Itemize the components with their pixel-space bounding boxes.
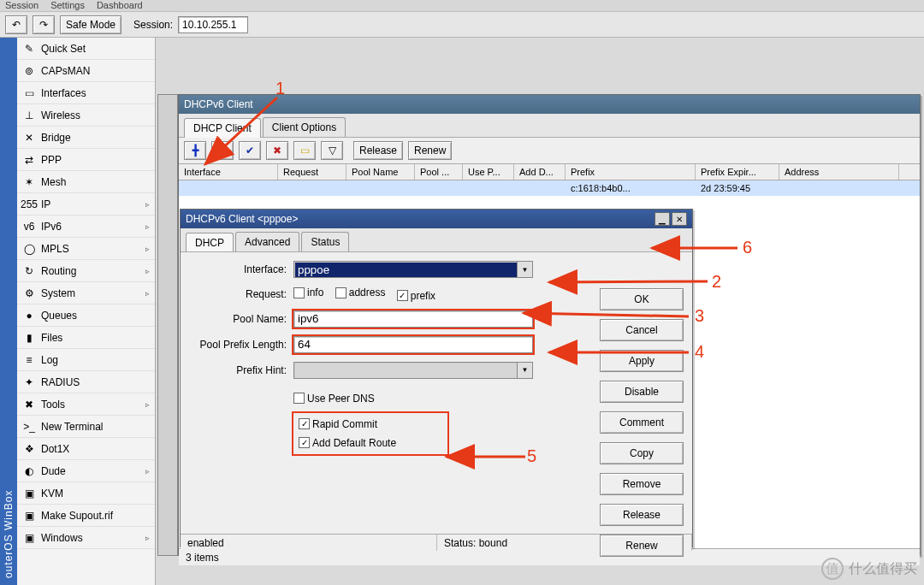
plus-icon: ╋ [192,145,198,157]
column-header[interactable]: Request [278,164,346,180]
pool-name-input[interactable] [293,310,533,328]
release-button[interactable]: Release [600,504,684,526]
tab-client-options[interactable]: Client Options [263,117,346,137]
chevron-right-icon: ▹ [145,267,150,275]
remove-button[interactable]: Remove [600,473,684,495]
cancel-button[interactable]: Cancel [600,319,684,341]
sidebar-item-ipv6[interactable]: v6IPv6▹ [17,216,155,238]
checkbox-prefix[interactable]: ✓prefix [397,290,435,302]
sidebar-item-interfaces[interactable]: ▭Interfaces [17,82,155,104]
funnel-icon: ▽ [329,145,336,157]
renew-button[interactable]: Renew [600,535,684,557]
column-header[interactable]: Pool ... [415,164,463,180]
sidebar-item-bridge[interactable]: ✕Bridge [17,127,155,149]
checkbox-add-default-route[interactable]: ✓Add Default Route [299,437,434,449]
sidebar-item-label: Bridge [41,132,71,144]
close-button[interactable]: ✕ [672,212,687,226]
redo-button[interactable]: ↷ [33,15,55,34]
tab-advanced[interactable]: Advanced [235,232,299,251]
workspace: DHCPv6 Client DHCP Client Client Options… [156,38,924,585]
redo-icon: ↷ [39,19,48,31]
prefix-hint-combo[interactable]: ▼ [293,362,533,379]
sidebar-icon: ⊚ [22,64,36,78]
window-titlebar[interactable]: DHCPv6 Client [179,95,920,114]
sidebar-icon: ✶ [22,175,36,189]
safe-mode-button[interactable]: Safe Mode [60,15,121,34]
add-button[interactable]: ╋ [184,141,206,160]
dialog-titlebar[interactable]: DHCPv6 Client <pppoe> ▁ ✕ [181,210,692,228]
sidebar-item-system[interactable]: ⚙System▹ [17,282,155,304]
label-pool-name: Pool Name: [187,313,290,325]
grid-header: InterfaceRequestPool NamePool ...Use P..… [179,164,920,180]
menu-session[interactable]: Session [5,0,38,11]
sidebar-item-log[interactable]: ≡Log [17,349,155,371]
undo-button[interactable]: ↶ [5,15,27,34]
sidebar-item-mpls[interactable]: ◯MPLS▹ [17,238,155,260]
sidebar-item-ppp[interactable]: ⇄PPP [17,149,155,171]
prefix-hint-input[interactable] [293,362,518,379]
sidebar-item-files[interactable]: ▮Files [17,327,155,349]
minimize-button[interactable]: ▁ [654,212,670,226]
table-row[interactable]: c:1618:b4b0...2d 23:59:45 [179,180,920,196]
sidebar-item-kvm[interactable]: ▣KVM [17,482,155,505]
sidebar-icon: ≡ [22,353,36,367]
checkbox-info[interactable]: info [293,287,323,298]
sidebar-item-queues[interactable]: ●Queues [17,304,155,327]
menu-dashboard[interactable]: Dashboard [97,0,143,11]
release-button[interactable]: Release [353,141,403,160]
sidebar-item-make-supout-rif[interactable]: ▣Make Supout.rif [17,505,155,527]
tab-dhcp[interactable]: DHCP [186,233,234,252]
comment-button[interactable]: ▭ [293,141,316,160]
undo-icon: ↶ [12,19,21,31]
copy-button[interactable]: Copy [600,442,684,464]
menu-settings[interactable]: Settings [50,0,85,11]
filter-button[interactable]: ▽ [321,141,343,160]
disable-button[interactable]: ✖ [266,141,288,160]
column-header[interactable]: Add D... [514,164,566,180]
sidebar-item-radius[interactable]: ✦RADIUS [17,371,155,393]
sidebar-item-dot1x[interactable]: ❖Dot1X [17,438,155,460]
checkbox-rapid-commit[interactable]: ✓Rapid Commit [299,418,434,430]
status-enabled: enabled [181,535,437,551]
enable-button[interactable]: ✔ [239,141,261,160]
sidebar-item-wireless[interactable]: ⊥Wireless [17,104,155,127]
watermark: 值 什么值得买 [821,558,917,580]
chevron-down-icon[interactable]: ▼ [518,362,533,379]
checkbox-use-peer-dns[interactable]: Use Peer DNS [293,393,375,405]
sidebar-item-capsman[interactable]: ⊚CAPsMAN [17,60,155,82]
chevron-down-icon[interactable]: ▼ [518,261,533,278]
sidebar-item-quick-set[interactable]: ✎Quick Set [17,38,155,60]
column-header[interactable]: Address [779,164,899,180]
sidebar-item-label: Dot1X [41,443,69,455]
sidebar-item-routing[interactable]: ↻Routing▹ [17,260,155,282]
column-header[interactable]: Prefix [566,164,696,180]
sidebar-item-dude[interactable]: ◐Dude▹ [17,460,155,482]
checkbox-box: ✓ [397,290,408,301]
chevron-right-icon: ▹ [145,289,150,298]
apply-button[interactable]: Apply [600,350,684,372]
sidebar-item-tools[interactable]: ✖Tools▹ [17,393,155,416]
sidebar-item-ip[interactable]: 255IP▹ [17,193,155,216]
column-header[interactable]: Use P... [463,164,514,180]
x-icon: ✖ [273,145,281,157]
interface-combo[interactable]: ▼ [293,261,533,278]
column-header[interactable]: Interface [179,164,278,180]
interface-input[interactable] [293,261,518,278]
sidebar-item-windows[interactable]: ▣Windows▹ [17,527,155,549]
column-header[interactable]: Pool Name [346,164,415,180]
column-header[interactable]: Prefix Expir... [696,164,779,180]
disable-button[interactable]: Disable [600,381,684,403]
pool-prefix-length-input[interactable] [293,336,533,353]
sidebar-item-mesh[interactable]: ✶Mesh [17,171,155,193]
tab-dhcp-client[interactable]: DHCP Client [184,118,261,138]
checkbox-address[interactable]: address [335,287,386,298]
renew-button[interactable]: Renew [408,141,452,160]
sidebar-item-label: IPv6 [41,221,62,233]
remove-button[interactable]: ━ [211,141,234,160]
sidebar-item-label: Make Supout.rif [41,510,113,522]
comment-button[interactable]: Comment [600,411,684,434]
ok-button[interactable]: OK [600,288,684,310]
tab-status[interactable]: Status [301,232,349,251]
sidebar-item-new-terminal[interactable]: >_New Terminal [17,416,155,438]
window-title: DHCPv6 Client [184,98,253,110]
